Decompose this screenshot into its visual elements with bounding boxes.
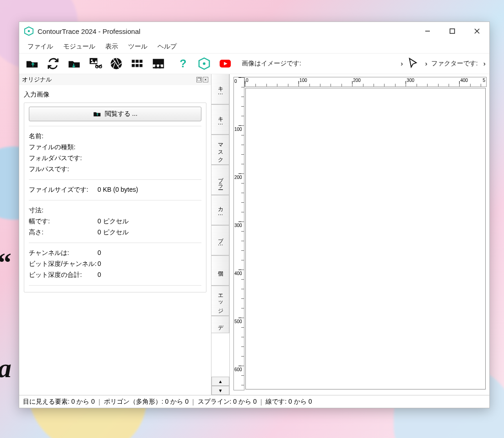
side-tab-7[interactable]: エッジ: [211, 286, 229, 316]
open-folder-down-icon[interactable]: [64, 55, 84, 72]
filesize-value: 0 KB (0 bytes): [98, 186, 201, 194]
canvas[interactable]: [245, 88, 486, 389]
svg-rect-13: [140, 60, 143, 63]
svg-point-1: [28, 30, 30, 32]
canvas-area: 0100200300400500600 01002003004005: [230, 74, 489, 395]
filetype-label: ファイルの種類:: [29, 143, 98, 151]
side-tab-strip: キ キ マスク ブラー カ ブ 個 エッジ デ ▲ ▼: [211, 74, 230, 395]
browse-button[interactable]: 閲覧する ...: [29, 107, 201, 121]
menu-module[interactable]: モジュール: [59, 41, 100, 52]
open-folder-up-icon[interactable]: [22, 55, 42, 72]
overflow-chevron-1[interactable]: ››: [398, 60, 404, 67]
help-icon[interactable]: ?: [173, 55, 193, 72]
app-window: ContourTrace 2024 - Professional ファイル モジ…: [19, 22, 490, 408]
side-tab-3[interactable]: ブラー: [211, 165, 229, 195]
tab-scroll-down[interactable]: ▼: [211, 386, 229, 395]
width-value: 0 ピクセル: [98, 217, 201, 226]
statusbar: 目に見える要素: 0 から 0| ポリゴン（多角形）: 0 から 0| スプライ…: [19, 395, 489, 408]
horizontal-ruler: 01002003004005: [244, 77, 487, 87]
svg-rect-11: [132, 60, 135, 63]
panel-close-icon[interactable]: ×: [203, 77, 208, 82]
panel-section-title: 入力画像: [24, 91, 206, 99]
fullpath-value: [98, 165, 201, 173]
side-tab-6[interactable]: 個: [211, 255, 229, 286]
close-button[interactable]: [465, 22, 489, 40]
cursor-icon[interactable]: [405, 55, 421, 72]
menu-file[interactable]: ファイル: [23, 41, 58, 52]
browse-button-label: 閲覧する ...: [105, 110, 138, 118]
svg-rect-14: [132, 64, 135, 67]
menu-help[interactable]: ヘルプ: [153, 41, 181, 52]
width-label: 幅です:: [29, 217, 98, 226]
dims-value: [98, 206, 201, 215]
channels-value: 0: [98, 249, 201, 257]
toolbar-image-label: 画像はイメージです:: [240, 59, 303, 68]
crop-image-icon[interactable]: [85, 55, 105, 72]
height-value: 0 ピクセル: [98, 228, 201, 237]
svg-rect-21: [155, 66, 157, 69]
menu-view[interactable]: 表示: [101, 41, 123, 52]
filetype-value: [98, 143, 201, 151]
image-info-group: 閲覧する ... 名前: ファイルの種類: フォルダパスです: フルパスです: …: [24, 103, 206, 292]
overflow-chevron-2[interactable]: ››: [422, 60, 428, 67]
minimize-button[interactable]: [415, 22, 440, 40]
bdpc-label: ビット深度/チャンネル:: [29, 260, 98, 268]
titlebar: ContourTrace 2024 - Professional: [19, 22, 489, 40]
grid-icon[interactable]: [127, 55, 147, 72]
side-tab-1[interactable]: キ: [211, 104, 229, 135]
bdpc-value: 0: [98, 260, 201, 268]
side-tab-4[interactable]: カ: [211, 195, 229, 225]
name-value: [98, 132, 201, 141]
refresh-icon[interactable]: [43, 55, 63, 72]
name-label: 名前:: [29, 132, 98, 141]
menubar: ファイル モジュール 表示 ツール ヘルプ: [19, 40, 489, 53]
folder-value: [98, 154, 201, 162]
checker-icon[interactable]: [148, 55, 168, 72]
side-tab-8[interactable]: デ: [211, 316, 229, 333]
status-visible: 目に見える要素: 0 から 0: [23, 398, 95, 406]
status-spline: スプライン: 0 から 0: [198, 398, 257, 406]
bdtot-value: 0: [98, 271, 201, 279]
svg-rect-22: [159, 66, 161, 69]
filesize-label: ファイルサイズです:: [29, 186, 98, 194]
side-tab-0[interactable]: キ: [211, 74, 229, 104]
channels-label: チャンネルは:: [29, 249, 98, 257]
menu-tool[interactable]: ツール: [124, 41, 152, 52]
svg-rect-12: [135, 60, 139, 63]
status-polygon: ポリゴン（多角形）: 0 から 0: [104, 398, 189, 406]
status-line: 線です: 0 から 0: [266, 398, 312, 406]
height-label: 高さ:: [29, 228, 98, 237]
fullpath-label: フルパスです:: [29, 165, 98, 173]
youtube-icon[interactable]: [215, 55, 235, 72]
svg-rect-15: [135, 64, 139, 67]
side-tab-5[interactable]: ブ: [211, 225, 229, 255]
app-icon: [24, 26, 34, 36]
aperture-icon[interactable]: [106, 55, 126, 72]
svg-point-7: [91, 59, 93, 61]
window-title: ContourTrace 2024 - Professional: [38, 27, 141, 35]
svg-rect-3: [450, 29, 455, 33]
svg-text:?: ?: [180, 57, 187, 70]
svg-point-25: [203, 62, 206, 65]
maximize-button[interactable]: [440, 22, 465, 40]
bdtot-label: ビット深度の合計:: [29, 271, 98, 279]
vertical-ruler: 0100200300400500600: [233, 77, 244, 390]
panel-header: オリジナル ❐ ×: [19, 74, 211, 85]
tab-scroll-up[interactable]: ▲: [211, 377, 229, 386]
home-hex-icon[interactable]: [194, 55, 214, 72]
panel-title: オリジナル: [22, 76, 52, 84]
dims-label: 寸法:: [29, 206, 98, 215]
folder-label: フォルダパスです:: [29, 154, 98, 162]
svg-rect-16: [140, 64, 143, 67]
toolbar: ? 画像はイメージです: ›› ›› ファクターです: ››: [19, 53, 489, 74]
side-tab-2[interactable]: マスク: [211, 135, 229, 165]
toolbar-factor-label: ファクターです:: [429, 59, 480, 68]
left-panel: オリジナル ❐ × 入力画像 閲覧する ... 名前: ファイルの種類: フォル…: [19, 74, 211, 395]
panel-float-icon[interactable]: ❐: [196, 77, 202, 82]
overflow-chevron-3[interactable]: ››: [481, 60, 487, 67]
